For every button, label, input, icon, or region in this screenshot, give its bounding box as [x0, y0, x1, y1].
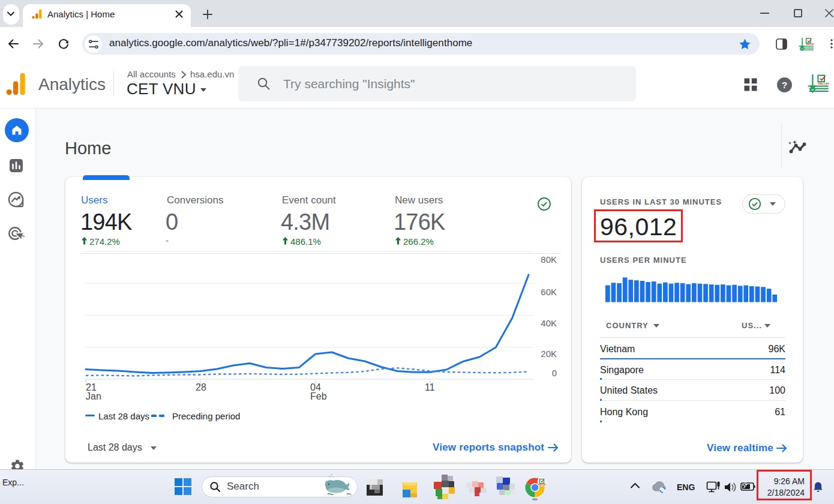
- svg-text:VNU-CET: VNU-CET: [818, 82, 829, 85]
- svg-text:VNU-CET: VNU-CET: [538, 484, 546, 486]
- svg-text:?: ?: [782, 80, 787, 90]
- svg-text:VNU-CET: VNU-CET: [806, 43, 814, 46]
